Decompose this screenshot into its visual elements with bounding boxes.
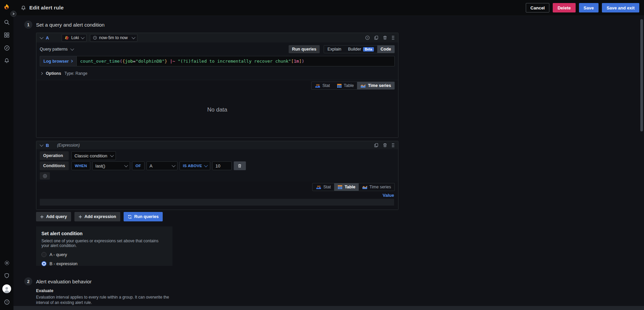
next-section-edge	[13, 306, 644, 310]
query-ref-select[interactable]: A	[147, 161, 178, 170]
sidebar-expand-button[interactable]	[10, 11, 17, 17]
viz-tab-table[interactable]: Table	[334, 183, 359, 191]
grafana-logo-icon[interactable]	[2, 3, 11, 12]
svg-text:?: ?	[367, 37, 368, 39]
table-icon	[337, 185, 343, 189]
radio-checked-icon[interactable]	[41, 261, 46, 266]
tab-builder-label: Builder	[348, 47, 361, 52]
query-patterns-dropdown[interactable]: Query patterns	[40, 47, 73, 52]
time-series-icon	[360, 84, 366, 88]
step-1-number: 1	[24, 21, 32, 29]
options-chevron-icon[interactable]	[40, 72, 43, 75]
radio-label: A - query	[50, 252, 67, 257]
alert-condition-option-0[interactable]: A - query	[41, 252, 167, 257]
viz-tab-stat[interactable]: 123 Stat	[313, 183, 334, 191]
drag-handle-icon[interactable]	[391, 35, 395, 40]
alert-bell-icon	[21, 5, 26, 10]
step-2-title: Alert evaluation behavior	[36, 279, 92, 284]
viz-tab-timeseries[interactable]: Time series	[359, 183, 394, 191]
operation-select[interactable]: Classic condition	[71, 151, 116, 160]
query-token: |~	[167, 59, 178, 64]
chevron-down-icon	[172, 163, 175, 167]
viz-tab-timeseries[interactable]: Time series	[357, 82, 394, 89]
duplicate-query-icon[interactable]	[374, 35, 379, 40]
drag-handle-icon[interactable]	[391, 143, 395, 148]
collapse-chevron-icon[interactable]	[40, 35, 43, 39]
clock-icon	[93, 36, 97, 40]
query-token: ]	[299, 59, 302, 64]
query-a-panel: A Loki now-5m to now	[36, 33, 398, 138]
dashboards-icon[interactable]	[3, 31, 11, 39]
page-title-group: Edit alert rule	[21, 5, 64, 11]
delete-query-icon[interactable]	[383, 35, 387, 40]
log-browser-button[interactable]: Log browser	[40, 56, 76, 66]
step-2-number: 2	[24, 277, 32, 285]
save-and-exit-button[interactable]: Save and exit	[602, 3, 639, 12]
avatar[interactable]	[2, 284, 11, 293]
alerting-bell-icon[interactable]	[3, 57, 11, 65]
query-editor: Query patterns Run queries Explain Build…	[36, 42, 398, 80]
run-queries-button[interactable]: Run queries	[124, 212, 163, 221]
table-column-value[interactable]: Value	[40, 192, 394, 199]
admin-shield-icon[interactable]	[3, 272, 11, 280]
edit-alert-rule-page: ? Edit alert rule Cancel Delete Save Sav…	[0, 0, 644, 310]
alert-condition-option-selected[interactable]: B - expression	[41, 261, 167, 266]
sync-icon	[128, 215, 132, 219]
add-condition-button[interactable]	[40, 172, 50, 180]
run-queries-button-a[interactable]: Run queries	[289, 45, 320, 53]
search-icon[interactable]	[3, 18, 11, 26]
tab-builder[interactable]: Builder Beta	[345, 45, 377, 53]
tab-code[interactable]: Code	[377, 45, 394, 53]
table-row	[40, 199, 394, 206]
logql-query-input[interactable]: count_over_time({job="dolphinDB"} |~ "(?…	[76, 56, 395, 66]
reducer-select[interactable]: last()	[92, 161, 130, 170]
radio-label: B - expression	[50, 261, 77, 266]
query-help-icon[interactable]: ?	[365, 35, 370, 40]
operation-value: Classic condition	[74, 153, 107, 158]
loki-logo-icon	[65, 36, 69, 40]
chevron-down-icon	[204, 163, 208, 167]
stat-icon: 123	[315, 84, 320, 88]
query-patterns-label: Query patterns	[40, 47, 68, 52]
expression-b-ref[interactable]: B	[46, 143, 49, 148]
help-icon[interactable]: ?	[3, 298, 11, 306]
evaluator-select[interactable]: IS ABOVE	[180, 161, 210, 170]
stat-icon: 123	[316, 185, 321, 189]
time-range-picker[interactable]: now-5m to now	[90, 34, 137, 42]
delete-button[interactable]: Delete	[553, 3, 575, 12]
duplicate-expression-icon[interactable]	[374, 143, 379, 148]
delete-expression-icon[interactable]	[383, 143, 387, 148]
tab-explain[interactable]: Explain	[324, 45, 345, 53]
plus-icon	[78, 215, 82, 219]
scrollbar-thumb[interactable]	[640, 19, 643, 131]
expression-b-preview: 123 Stat Table Time series	[36, 182, 398, 210]
settings-gear-icon[interactable]	[3, 259, 11, 267]
threshold-input[interactable]: 10	[212, 161, 232, 170]
save-button[interactable]: Save	[579, 3, 599, 12]
evaluate-description: Evaluation interval applies to every rul…	[36, 294, 181, 305]
add-expression-button[interactable]: Add expression	[74, 212, 120, 221]
log-browser-label: Log browser	[43, 59, 69, 64]
editor-mode-tabs: Explain Builder Beta Code	[324, 45, 395, 53]
evaluate-label: Evaluate	[36, 288, 644, 293]
datasource-picker[interactable]: Loki	[62, 34, 87, 42]
query-actions: Add query Add expression Run queries	[36, 212, 644, 221]
plus-circle-icon	[43, 174, 47, 178]
options-toggle[interactable]: Options	[46, 71, 61, 76]
radio-unchecked-icon[interactable]	[41, 252, 46, 257]
query-a-header: A Loki now-5m to now	[36, 33, 398, 42]
viz-tab-table[interactable]: Table	[333, 82, 357, 89]
alert-condition-description: Select one of your queries or expression…	[41, 239, 167, 248]
query-token: =	[133, 59, 136, 64]
query-a-ref[interactable]: A	[46, 35, 49, 40]
remove-condition-button[interactable]	[234, 161, 246, 170]
expression-tag: (Expression)	[57, 143, 79, 148]
explore-compass-icon[interactable]	[3, 44, 11, 52]
cancel-button[interactable]: Cancel	[526, 3, 550, 12]
main-content: 1 Set a query and alert condition A Loki	[13, 16, 644, 310]
add-query-button[interactable]: Add query	[36, 212, 71, 221]
viz-switcher-b: 123 Stat Table Time series	[312, 183, 395, 191]
viz-tab-stat[interactable]: 123 Stat	[312, 82, 333, 89]
collapse-chevron-icon[interactable]	[40, 143, 43, 147]
query-ref-value: A	[150, 163, 153, 168]
